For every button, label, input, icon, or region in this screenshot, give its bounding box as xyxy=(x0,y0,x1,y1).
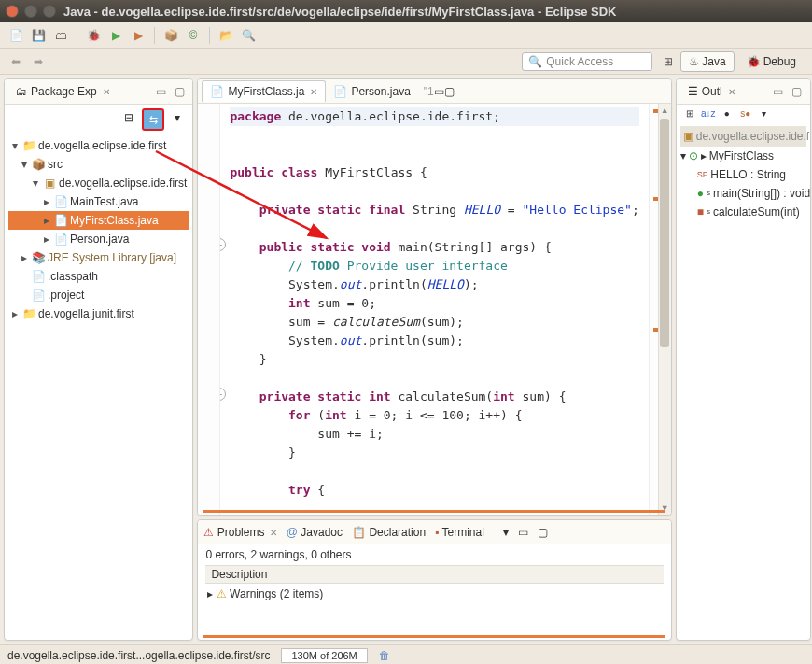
minimize-view-icon[interactable]: ▭ xyxy=(434,85,444,98)
view-menu-icon[interactable]: ▾ xyxy=(757,108,772,119)
terminal-tab[interactable]: ▪ Terminal xyxy=(435,526,484,539)
minimize-view-icon[interactable]: ▭ xyxy=(518,526,528,539)
status-path: de.vogella.eclipse.ide.first...ogella.ec… xyxy=(7,649,270,662)
editor-tab-label: Person.java xyxy=(351,85,410,98)
problems-column-description[interactable]: Description xyxy=(205,565,663,584)
debug-perspective-label: Debug xyxy=(763,55,796,68)
outline-package[interactable]: ▣ de.vogella.eclipse.ide.first xyxy=(680,126,806,147)
outline-method-calc[interactable]: ■s calculateSum(int) xyxy=(680,203,806,221)
maximize-window-icon[interactable] xyxy=(43,5,56,18)
package-explorer-title: Package Exp xyxy=(31,85,97,98)
quick-access-placeholder: Quick Access xyxy=(546,55,613,68)
minimize-window-icon[interactable] xyxy=(24,5,37,18)
tree-file-myfirstclass[interactable]: ▸📄MyFirstClass.java xyxy=(8,211,189,230)
outline-method-main[interactable]: ●s main(String[]) : void xyxy=(680,184,806,203)
maximize-view-icon[interactable]: ▢ xyxy=(790,84,805,99)
outline-tree[interactable]: ▣ de.vogella.eclipse.ide.first ▾⊙ ▸MyFir… xyxy=(677,122,810,225)
outline-class[interactable]: ▾⊙ ▸MyFirstClass xyxy=(680,147,806,165)
editor-body[interactable]: package de.vogella.eclipse.ide.first; pu… xyxy=(198,104,670,515)
java-file-icon: 📄 xyxy=(210,85,224,98)
minimize-view-icon[interactable]: ▭ xyxy=(771,84,786,99)
debug-icon: 🐞 xyxy=(747,55,761,68)
problems-body[interactable]: 0 errors, 2 warnings, 0 others Descripti… xyxy=(198,544,670,640)
save-all-icon[interactable]: 🗃 xyxy=(52,27,69,44)
package-explorer-tab[interactable]: 🗂 Package Exp ✕ xyxy=(10,83,116,100)
hide-fields-icon[interactable]: ● xyxy=(720,108,735,119)
overview-ruler[interactable] xyxy=(649,104,658,515)
tree-project-2[interactable]: ▸📁de.vogella.junit.first xyxy=(8,304,189,323)
memory-monitor[interactable]: 130M of 206M xyxy=(281,648,367,663)
debug-perspective-button[interactable]: 🐞 Debug xyxy=(738,51,805,72)
quick-access-input[interactable]: 🔍 Quick Access xyxy=(522,52,652,71)
fold-icon[interactable]: − xyxy=(220,238,226,251)
editor-tab-person[interactable]: 📄 Person.java xyxy=(326,81,417,102)
close-icon[interactable]: ✕ xyxy=(728,87,735,97)
save-icon[interactable]: 💾 xyxy=(30,27,47,44)
search-icon[interactable]: 🔍 xyxy=(240,27,257,44)
back-icon[interactable]: ⬅ xyxy=(7,53,24,70)
scrollbar-thumb[interactable] xyxy=(660,119,669,347)
forward-icon[interactable]: ➡ xyxy=(30,53,47,70)
new-class-icon[interactable]: © xyxy=(185,27,202,44)
java-file-icon: 📄 xyxy=(333,85,347,98)
maximize-view-icon[interactable]: ▢ xyxy=(538,526,548,539)
link-with-editor-button[interactable]: ⇆ xyxy=(142,108,164,131)
focus-icon[interactable]: ⊞ xyxy=(682,108,697,119)
more-tabs-indicator[interactable]: "1 xyxy=(424,85,434,98)
perspective-toolbar: ⬅ ➡ 🔍 Quick Access ⊞ ♨ Java 🐞 Debug xyxy=(0,49,812,75)
view-menu-icon[interactable]: ▾ xyxy=(503,526,509,539)
maximize-view-icon[interactable]: ▢ xyxy=(444,85,455,98)
problems-active-indicator xyxy=(203,635,665,638)
tree-project[interactable]: ▾📁de.vogella.eclipse.ide.first xyxy=(8,136,189,155)
editor-active-indicator xyxy=(203,510,665,513)
javadoc-tab[interactable]: @ Javadoc xyxy=(287,526,343,539)
java-perspective-button[interactable]: ♨ Java xyxy=(680,51,734,72)
outline-title: Outl xyxy=(702,85,722,98)
new-package-icon[interactable]: 📦 xyxy=(162,27,179,44)
hide-static-icon[interactable]: s● xyxy=(738,108,753,119)
private-method-icon: ■ xyxy=(697,203,704,221)
code-area[interactable]: package de.vogella.eclipse.ide.first; pu… xyxy=(220,104,648,515)
outline-tab[interactable]: ☰ Outl ✕ xyxy=(682,83,741,100)
open-perspective-icon[interactable]: ⊞ xyxy=(660,53,677,70)
editor-gutter[interactable] xyxy=(198,104,220,515)
tree-file-person[interactable]: ▸📄Person.java xyxy=(8,230,189,248)
problems-tab[interactable]: ⚠ Problems ✕ xyxy=(203,526,276,539)
scroll-up-icon[interactable]: ▲ xyxy=(661,104,669,117)
problems-warnings-row[interactable]: ▸ ⚠ Warnings (2 items) xyxy=(205,584,663,604)
tree-src-folder[interactable]: ▾📦src xyxy=(8,155,189,174)
tree-jre-library[interactable]: ▸📚JRE System Library [java] xyxy=(8,248,189,267)
gc-icon[interactable]: 🗑 xyxy=(379,649,390,662)
tree-file-maintest[interactable]: ▸📄MainTest.java xyxy=(8,192,189,211)
tree-package[interactable]: ▾▣de.vogella.eclipse.ide.first xyxy=(8,174,189,192)
package-explorer-icon: 🗂 xyxy=(16,85,27,98)
window-title: Java - de.vogella.eclipse.ide.first/src/… xyxy=(63,5,616,19)
view-menu-icon[interactable]: ▾ xyxy=(168,108,187,127)
close-icon[interactable]: ✕ xyxy=(103,87,110,97)
collapse-all-icon[interactable]: ⊟ xyxy=(119,108,138,127)
minimize-view-icon[interactable]: ▭ xyxy=(153,84,168,99)
sort-icon[interactable]: a↓z xyxy=(701,108,716,119)
new-icon[interactable]: 📄 xyxy=(7,27,24,44)
fold-icon[interactable]: − xyxy=(220,388,226,401)
package-explorer-header: 🗂 Package Exp ✕ ▭ ▢ xyxy=(5,79,192,105)
maximize-view-icon[interactable]: ▢ xyxy=(172,84,187,99)
close-window-icon[interactable] xyxy=(6,5,19,18)
package-explorer-toolbar: ⊟ ⇆ ▾ xyxy=(5,105,192,134)
close-icon[interactable]: ✕ xyxy=(270,528,277,538)
outline-toolbar: ⊞ a↓z ● s● ▾ xyxy=(677,105,810,122)
search-icon: 🔍 xyxy=(528,55,542,68)
editor-tab-myfirstclass[interactable]: 📄 MyFirstClass.ja ✕ xyxy=(202,80,326,102)
run-icon[interactable]: ▶ xyxy=(107,27,124,44)
outline-icon: ☰ xyxy=(688,85,698,98)
tree-project-file[interactable]: 📄.project xyxy=(8,286,189,304)
outline-field-hello[interactable]: SF HELLO : String xyxy=(680,165,806,184)
debug-icon[interactable]: 🐞 xyxy=(85,27,102,44)
declaration-tab[interactable]: 📋 Declaration xyxy=(352,526,426,539)
package-explorer-tree[interactable]: ▾📁de.vogella.eclipse.ide.first ▾📦src ▾▣d… xyxy=(5,134,192,640)
close-icon[interactable]: ✕ xyxy=(310,87,317,97)
tree-classpath-file[interactable]: 📄.classpath xyxy=(8,267,189,286)
run-ext-icon[interactable]: ▶ xyxy=(130,27,147,44)
vertical-scrollbar[interactable]: ▲ ▼ xyxy=(658,104,671,515)
open-type-icon[interactable]: 📂 xyxy=(217,27,234,44)
